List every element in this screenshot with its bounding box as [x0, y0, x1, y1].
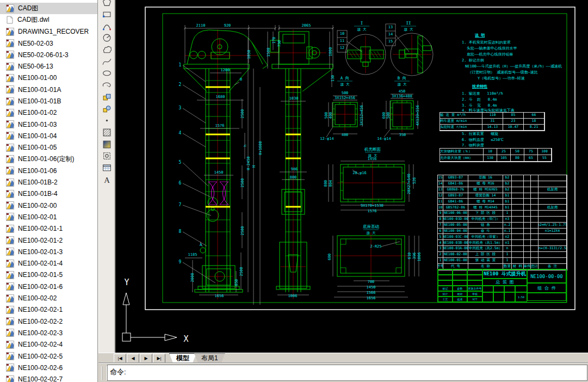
dim-label: 1566: [367, 291, 376, 295]
table-cell: [512, 211, 524, 217]
file-item-CAD图[interactable]: CAD图: [0, 3, 97, 14]
file-item-NE100-02-01-6[interactable]: NE100-02-01-6: [0, 281, 97, 292]
make-block-tool-icon[interactable]: [100, 103, 113, 115]
gradient-tool-icon[interactable]: [100, 138, 113, 150]
file-item-NE100-01-06[interactable]: NE100-01-06: [0, 165, 97, 176]
table-cell: 80: [511, 155, 524, 162]
dwg-file-icon: [6, 352, 14, 360]
file-item-NE100-02-01-3[interactable]: NE100-02-01-3: [0, 246, 97, 257]
drawing-canvas[interactable]: 2110920206517073018501500120018001301680…: [115, 0, 588, 353]
tab-nav-button-2[interactable]: ▶: [140, 354, 152, 363]
file-item-NE100-02-01-5[interactable]: NE100-02-01-5: [0, 269, 97, 281]
file-item-NE100-01-05[interactable]: NE100-01-05: [0, 142, 97, 153]
ellipse-tool-icon[interactable]: [100, 67, 113, 79]
ellipse-arc-tool-icon[interactable]: [100, 79, 113, 91]
dim-label: 1656: [215, 294, 224, 298]
dim-label: H: [252, 165, 256, 168]
file-item-NE100-02-00[interactable]: NE100-02-00: [0, 200, 97, 211]
file-item-NE100-02-01[interactable]: NE100-02-01: [0, 211, 97, 223]
title-block-small-cell: 标记: [438, 286, 453, 291]
dim-label: 700: [368, 280, 375, 284]
tab-nav-button-3[interactable]: ▶|: [153, 354, 165, 363]
table-cell: [512, 258, 524, 264]
file-item-NE100-01-00[interactable]: NE100-01-00: [0, 72, 97, 84]
file-name: NE100-02-01-5: [18, 271, 63, 279]
circle-tool-icon[interactable]: [100, 32, 113, 44]
tab-nav-button-0[interactable]: |◀: [114, 354, 126, 363]
yellow-bands: [206, 87, 301, 207]
table-cell: 7: [438, 223, 443, 229]
file-name: NE50-02-03: [18, 40, 53, 47]
file-item-NE100-02-01-1[interactable]: NE100-02-01-1: [0, 223, 97, 235]
tab-nav-button-1[interactable]: ◀: [127, 354, 139, 363]
rectangle-tool-icon[interactable]: [100, 9, 113, 21]
table-cell: n.1: [503, 229, 512, 235]
file-item-NE100-01-01B[interactable]: NE100-01-01B: [0, 95, 97, 107]
file-item-NE100-02-02-4[interactable]: NE100-02-02-4: [0, 339, 97, 350]
table-cell: [512, 199, 524, 205]
table-cell: 10: [438, 205, 443, 211]
dwg-file-icon: [6, 132, 14, 140]
multiline-text-tool-icon[interactable]: A: [100, 174, 113, 186]
table-cell: 机架用: [539, 187, 567, 193]
table-cell: 垫圈 16: [468, 175, 503, 181]
file-item-NE50-02-03[interactable]: NE50-02-03: [0, 38, 97, 49]
insert-block-tool-icon[interactable]: [100, 91, 113, 103]
file-item-DRAWING1_RECOVER[interactable]: DRAWING1_RECOVER: [0, 26, 97, 38]
region-tool-icon[interactable]: [100, 150, 113, 162]
file-name: NE100-01-01B: [18, 97, 61, 105]
table-cell: [531, 252, 539, 258]
file-item-NE100-02-02[interactable]: NE100-02-02: [0, 292, 97, 304]
file-item-CAD图.dwl[interactable]: CAD图.dwl: [0, 14, 97, 26]
file-item-NE100-02-02-6[interactable]: NE100-02-02-6: [0, 362, 97, 373]
dwg-file-icon: [6, 120, 14, 128]
dim-label: 2500: [239, 267, 244, 276]
tab-模型[interactable]: 模型: [169, 353, 196, 363]
file-item-NE50-06-13[interactable]: NE50-06-13: [0, 60, 97, 72]
file-item-NE100-02-02-3[interactable]: NE100-02-02-3: [0, 327, 97, 338]
table-cell: 31: [482, 119, 503, 125]
buckets: [208, 182, 228, 205]
spline-tool-icon[interactable]: [100, 56, 113, 67]
file-item-NE100-01-02[interactable]: NE100-01-02: [0, 107, 97, 119]
polygon-tool-icon[interactable]: [100, 0, 113, 9]
file-item-NE100-02-01-2[interactable]: NE100-02-01-2: [0, 235, 97, 246]
revision-cloud-tool-icon[interactable]: [100, 44, 113, 56]
table-cell: 2: [438, 252, 443, 258]
file-item-NE100-01-04[interactable]: NE100-01-04: [0, 130, 97, 141]
tab-nav-buttons: |◀◀▶▶|: [114, 354, 166, 363]
file-item-NE100-01-06(定制)[interactable]: NE100-01-06(定制): [0, 153, 97, 165]
file-name: NE100-02-02-7: [18, 375, 63, 382]
table-cell: 23: [503, 119, 524, 125]
file-name: NE100-01B-2: [18, 178, 58, 186]
table-cell: 1: [503, 211, 512, 217]
dwg-file-icon: [6, 85, 14, 94]
file-item-NE100-02-02-5[interactable]: NE100-02-02-5: [0, 350, 97, 362]
dim-label: 3X152=456: [335, 96, 355, 100]
file-item-NE100-01-01A[interactable]: NE100-01-01A: [0, 84, 97, 95]
tab-布局1[interactable]: 布局1: [194, 353, 225, 363]
title-block-small-cell: 977: [467, 297, 482, 302]
dim-label: 986: [291, 167, 298, 171]
dwg-file-icon: [6, 190, 14, 198]
table-cell: [531, 229, 539, 235]
file-item-NE100-02-02-2[interactable]: NE100-02-02-2: [0, 316, 97, 327]
dim-label: 1576: [215, 124, 225, 128]
file-item-NE100-01-03[interactable]: NE100-01-03: [0, 119, 97, 130]
file-item-NE100-01B-4[interactable]: NE100-01B-4: [0, 188, 97, 200]
file-item-NE100-02-02-1[interactable]: NE100-02-02-1: [0, 304, 97, 316]
command-line-input[interactable]: 命令:: [107, 365, 587, 381]
file-item-NE100-01B-2[interactable]: NE100-01B-2: [0, 176, 97, 188]
table-cell: 65: [524, 155, 538, 162]
view-title: B 向: [398, 76, 407, 81]
arc-tool-icon[interactable]: [100, 20, 113, 32]
table-tool-icon[interactable]: [100, 162, 113, 174]
file-item-NE100-02-02-7[interactable]: NE100-02-02-7: [0, 374, 97, 382]
view-title-scale: 放 大: [398, 82, 407, 87]
dim-label: 600: [327, 254, 332, 261]
table-cell: b1: [503, 205, 512, 211]
file-item-NE50-02-06-01-3[interactable]: NE50-02-06-01-3: [0, 49, 97, 60]
point-tool-icon[interactable]: [100, 115, 113, 127]
hatch-tool-icon[interactable]: [100, 127, 113, 139]
file-item-NE100-02-01-4[interactable]: NE100-02-01-4: [0, 258, 97, 269]
